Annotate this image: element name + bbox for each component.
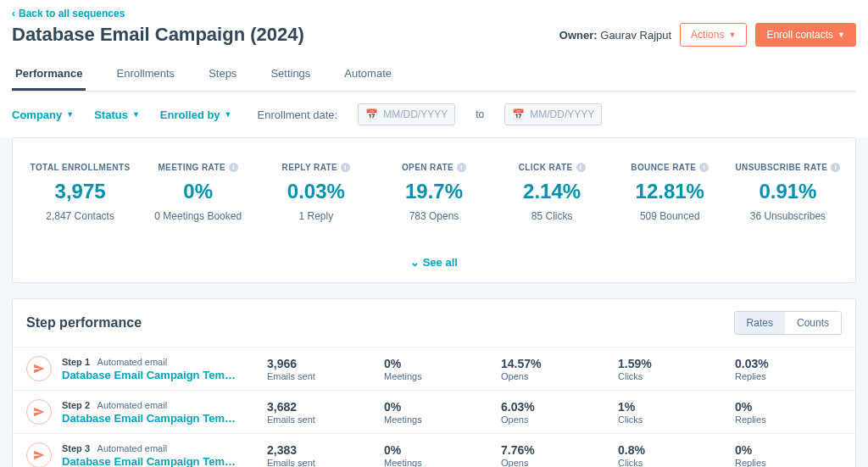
- step-metric-value: 3,966: [267, 357, 374, 370]
- step-metric-value: 0%: [384, 357, 491, 370]
- step-metric-value: 0%: [735, 443, 842, 457]
- step-metric-label: Emails sent: [267, 414, 374, 425]
- metric-3: OPEN RATE i19.7%783 Opens: [375, 160, 492, 222]
- info-icon[interactable]: i: [699, 163, 709, 172]
- caret-down-icon: ▼: [66, 110, 74, 119]
- metric-label: UNSUBSCRIBE RATE i: [735, 163, 840, 172]
- caret-down-icon: ▼: [225, 110, 232, 119]
- step-metric: 2,383Emails sent: [267, 443, 374, 468]
- step-metric-label: Meetings: [384, 414, 491, 425]
- tab-settings[interactable]: Settings: [267, 60, 314, 91]
- step-metric-label: Clicks: [618, 458, 725, 468]
- metric-value: 19.7%: [375, 180, 492, 203]
- step-metric-label: Replies: [735, 371, 842, 381]
- step-metric-label: Meetings: [384, 458, 491, 468]
- enroll-contacts-button[interactable]: Enroll contacts ▼: [755, 23, 856, 47]
- metric-0: TOTAL ENROLLMENTS3,9752,847 Contacts: [21, 160, 139, 222]
- step-metric-value: 1.59%: [618, 357, 725, 370]
- step-metric-label: Emails sent: [267, 371, 374, 381]
- step-row[interactable]: Step 3 Automated emailDatabase Email Cam…: [13, 433, 855, 467]
- step-metric-label: Meetings: [384, 371, 491, 381]
- metric-value: 0%: [139, 180, 257, 203]
- tab-performance[interactable]: Performance: [12, 60, 86, 91]
- info-icon[interactable]: i: [457, 163, 466, 172]
- tabs: Performance Enrollments Steps Settings A…: [12, 60, 856, 92]
- step-metric: 0%Meetings: [384, 443, 491, 468]
- filter-status[interactable]: Status▼: [94, 108, 140, 121]
- step-metric-label: Opens: [501, 458, 608, 468]
- metric-label: CLICK RATE i: [519, 163, 586, 172]
- rates-counts-toggle: Rates Counts: [734, 311, 842, 335]
- info-icon[interactable]: i: [831, 163, 840, 172]
- caret-down-icon: ▼: [132, 110, 140, 119]
- metric-1: MEETING RATE i0%0 Meetings Booked: [139, 160, 257, 222]
- metric-5: BOUNCE RATE i12.81%509 Bounced: [611, 160, 729, 222]
- caret-down-icon: ▼: [837, 31, 845, 39]
- step-metric-value: 2,383: [267, 443, 374, 457]
- step-metric-label: Opens: [501, 371, 608, 381]
- tab-enrollments[interactable]: Enrollments: [113, 60, 178, 91]
- step-metric-value: 1%: [618, 400, 725, 414]
- step-metric-value: 0%: [384, 443, 491, 457]
- step-metric-value: 0%: [735, 400, 842, 414]
- step-metric-label: Replies: [735, 414, 842, 425]
- metric-label: REPLY RATE i: [282, 163, 351, 172]
- back-link[interactable]: ‹ Back to all sequences: [12, 8, 125, 19]
- owner-label: Owner:: [559, 29, 598, 42]
- step-name-link[interactable]: Database Email Campaign Tem…: [62, 369, 257, 381]
- see-all-link[interactable]: ⌄ See all: [21, 256, 847, 269]
- step-metric: 7.76%Opens: [501, 443, 608, 468]
- step-metric-label: Replies: [735, 458, 842, 468]
- step-info: Step 2 Automated emailDatabase Email Cam…: [62, 400, 257, 425]
- step-metric: 0.03%Replies: [735, 357, 842, 381]
- date-from-input[interactable]: 📅 MM/DD/YYYY: [358, 103, 455, 125]
- metric-label: OPEN RATE i: [402, 163, 466, 172]
- step-metric-value: 3,682: [267, 400, 374, 414]
- step-metric-value: 0.03%: [735, 357, 842, 370]
- back-link-text: Back to all sequences: [19, 8, 125, 19]
- step-info: Step 3 Automated emailDatabase Email Cam…: [62, 443, 257, 468]
- owner-text: Owner: Gaurav Rajput: [559, 29, 671, 42]
- metric-6: UNSUBSCRIBE RATE i0.91%36 Unsubscribes: [729, 160, 847, 222]
- filter-company[interactable]: Company▼: [12, 108, 74, 121]
- metric-sub: 509 Bounced: [611, 210, 729, 222]
- metric-sub: 2,847 Contacts: [21, 210, 139, 222]
- page-title: Database Email Campaign (2024): [12, 24, 304, 46]
- date-to-input[interactable]: 📅 MM/DD/YYYY: [504, 103, 602, 125]
- step-metric-label: Clicks: [618, 414, 725, 425]
- filter-enrolled-by[interactable]: Enrolled by▼: [160, 108, 232, 121]
- step-metric: 0%Meetings: [384, 357, 491, 381]
- send-icon: [26, 442, 52, 467]
- info-icon[interactable]: i: [341, 163, 350, 172]
- step-name-link[interactable]: Database Email Campaign Tem…: [62, 455, 257, 468]
- step-metric-label: Opens: [501, 414, 608, 425]
- metric-value: 0.91%: [729, 180, 847, 203]
- chevron-down-icon: ⌄: [410, 256, 420, 269]
- enrollment-date-label: Enrollment date:: [258, 108, 338, 121]
- step-metric: 1.59%Clicks: [618, 357, 725, 381]
- step-metric: 6.03%Opens: [501, 400, 608, 425]
- step-metric-value: 0.8%: [618, 443, 725, 457]
- metric-sub: 0 Meetings Booked: [139, 210, 257, 222]
- step-row[interactable]: Step 2 Automated emailDatabase Email Cam…: [13, 390, 855, 433]
- metric-label: MEETING RATE i: [158, 163, 238, 172]
- tab-automate[interactable]: Automate: [341, 60, 395, 91]
- tab-steps[interactable]: Steps: [205, 60, 240, 91]
- metric-label: BOUNCE RATE i: [631, 163, 709, 172]
- toggle-counts[interactable]: Counts: [785, 312, 841, 334]
- toggle-rates[interactable]: Rates: [735, 312, 785, 334]
- metrics-card: TOTAL ENROLLMENTS3,9752,847 ContactsMEET…: [12, 137, 856, 283]
- step-metric: 0%Replies: [735, 400, 842, 425]
- calendar-icon: 📅: [365, 108, 378, 120]
- step-name-link[interactable]: Database Email Campaign Tem…: [62, 412, 257, 425]
- metric-sub: 1 Reply: [257, 210, 375, 222]
- metric-sub: 85 Clicks: [493, 210, 611, 222]
- owner-name: Gaurav Rajput: [600, 29, 671, 42]
- metric-4: CLICK RATE i2.14%85 Clicks: [493, 160, 611, 222]
- actions-label: Actions: [691, 29, 724, 41]
- step-row[interactable]: Step 1 Automated emailDatabase Email Cam…: [13, 347, 855, 390]
- step-meta: Step 1 Automated email: [62, 357, 257, 367]
- info-icon[interactable]: i: [229, 163, 238, 172]
- info-icon[interactable]: i: [576, 163, 586, 172]
- actions-button[interactable]: Actions ▼: [680, 23, 747, 47]
